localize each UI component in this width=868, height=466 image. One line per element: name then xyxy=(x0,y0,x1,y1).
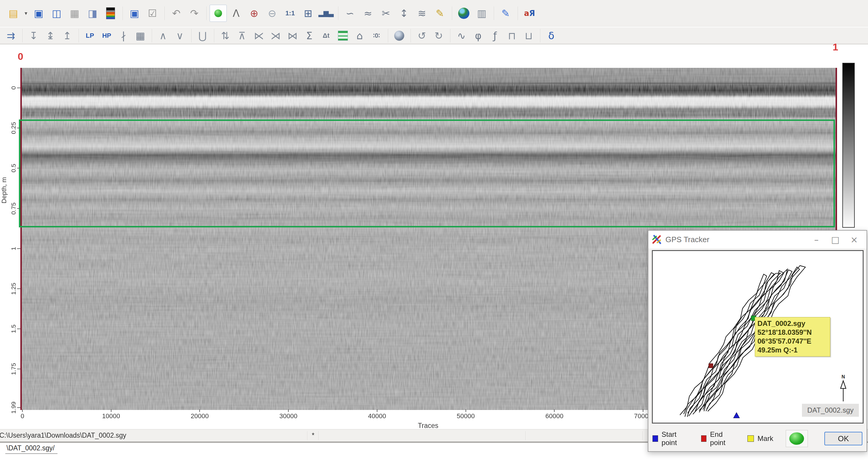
x-tick-label: 30000 xyxy=(280,412,298,420)
y-tick-mark xyxy=(17,288,20,289)
x-tick-label: 0 xyxy=(21,412,24,420)
tooltip-filename: DAT_0002.sgy xyxy=(757,319,828,328)
y-tick-mark xyxy=(17,407,20,408)
x-tick-mark xyxy=(554,409,555,412)
x-tick-label: 10000 xyxy=(102,412,120,420)
tooltip-altitude: 49.25m Q:-1 xyxy=(757,346,828,354)
gps-app-icon xyxy=(651,234,662,245)
legend-label: Start point xyxy=(662,430,689,447)
legend-label: Mark xyxy=(757,434,773,443)
status-separator xyxy=(318,431,319,440)
y-tick-label: 0 xyxy=(10,86,17,90)
legend-item-end-point: End point xyxy=(701,430,735,447)
gps-status-led[interactable] xyxy=(786,430,808,447)
y-tick-label: 0.5 xyxy=(10,164,17,173)
maximize-icon[interactable]: □ xyxy=(826,232,845,246)
tooltip-latitude: 52°18'18.0359''N xyxy=(757,328,828,337)
y-tick-label: 1.99 xyxy=(10,402,17,414)
legend-item-mark: Mark xyxy=(747,434,773,443)
status-file-path: C:\Users\yara1\Downloads\DAT_0002.sgy xyxy=(0,432,307,439)
gps-track-line xyxy=(680,274,767,417)
trace-start-line xyxy=(20,68,22,410)
modified-indicator: * xyxy=(308,432,318,439)
y-tick-label: 1.5 xyxy=(10,324,17,333)
y-tick-mark xyxy=(17,328,20,329)
y-tick-mark xyxy=(17,88,20,88)
application-window: ▤▾▣◫▦◨▣☑↶↷Λ⊕⊖1:1⊞▂▆▃∽≈✂↕≋✎▥✎aЯ ⇉↧↨↥LPHP∤… xyxy=(0,0,868,466)
legend-item-start-point: Start point xyxy=(652,430,689,447)
x-axis-title: Traces xyxy=(418,422,438,430)
start-point-marker xyxy=(734,413,739,418)
y-tick-mark xyxy=(17,208,20,209)
status-separator xyxy=(525,431,526,440)
led-green-icon xyxy=(789,432,804,445)
x-tick-label: 50000 xyxy=(457,412,475,420)
gps-map[interactable]: DAT_0002.sgy 52°18'18.0359''N 06°35'57.0… xyxy=(652,250,864,424)
ok-button[interactable]: OK xyxy=(824,432,862,445)
north-arrow-icon: N xyxy=(837,374,850,404)
y-tick-label: 1.25 xyxy=(10,283,17,295)
gps-tooltip: DAT_0002.sgy 52°18'18.0359''N 06°35'57.0… xyxy=(755,317,830,356)
amplitude-colorbar xyxy=(842,63,855,228)
tab-dat-0002[interactable]: \DAT_0002.sgy/ xyxy=(5,444,58,454)
x-tick-mark xyxy=(111,409,112,412)
legend-swatch-icon xyxy=(652,435,658,442)
gps-window-title: GPS Tracker xyxy=(665,235,807,244)
channel-marker-1: 1 xyxy=(833,41,838,53)
x-tick-label: 60000 xyxy=(546,412,563,420)
legend-swatch-icon xyxy=(701,435,707,442)
channel-marker-0: 0 xyxy=(18,51,23,62)
y-tick-label: 1.75 xyxy=(10,363,17,375)
north-label: N xyxy=(837,374,850,380)
x-tick-label: 40000 xyxy=(368,412,386,420)
y-axis-title: Depth, m xyxy=(0,177,8,203)
legend-swatch-icon xyxy=(747,435,754,442)
y-tick-mark xyxy=(17,248,20,249)
x-tick-label: 20000 xyxy=(191,412,209,420)
x-tick-mark xyxy=(288,409,289,412)
x-tick-mark xyxy=(643,409,643,412)
legend-label: End point xyxy=(710,430,735,447)
gps-tracker-window: GPS Tracker – □ × DAT_0002.sgy 52°18'18.… xyxy=(648,230,867,452)
selection-rectangle[interactable] xyxy=(19,119,835,227)
minimize-icon[interactable]: – xyxy=(807,232,826,246)
x-tick-mark xyxy=(377,409,377,412)
y-tick-label: 0.25 xyxy=(10,122,17,134)
y-tick-mark xyxy=(17,168,20,168)
y-tick-mark xyxy=(17,369,20,369)
gps-file-label: DAT_0002.sgy xyxy=(802,404,859,417)
y-tick-mark xyxy=(17,128,20,128)
close-icon[interactable]: × xyxy=(845,232,864,246)
gps-legend-bar: Start pointEnd pointMark OK xyxy=(648,426,867,451)
x-tick-mark xyxy=(199,409,200,412)
y-tick-label: 1 xyxy=(10,247,17,251)
end-point-marker xyxy=(709,363,713,368)
x-tick-mark xyxy=(466,409,466,412)
y-tick-label: 0.75 xyxy=(10,202,17,214)
tooltip-longitude: 06°35'57.0747''E xyxy=(757,337,828,346)
gps-titlebar[interactable]: GPS Tracker – □ × xyxy=(648,231,867,248)
x-tick-mark xyxy=(22,409,23,412)
status-separator xyxy=(643,431,643,440)
